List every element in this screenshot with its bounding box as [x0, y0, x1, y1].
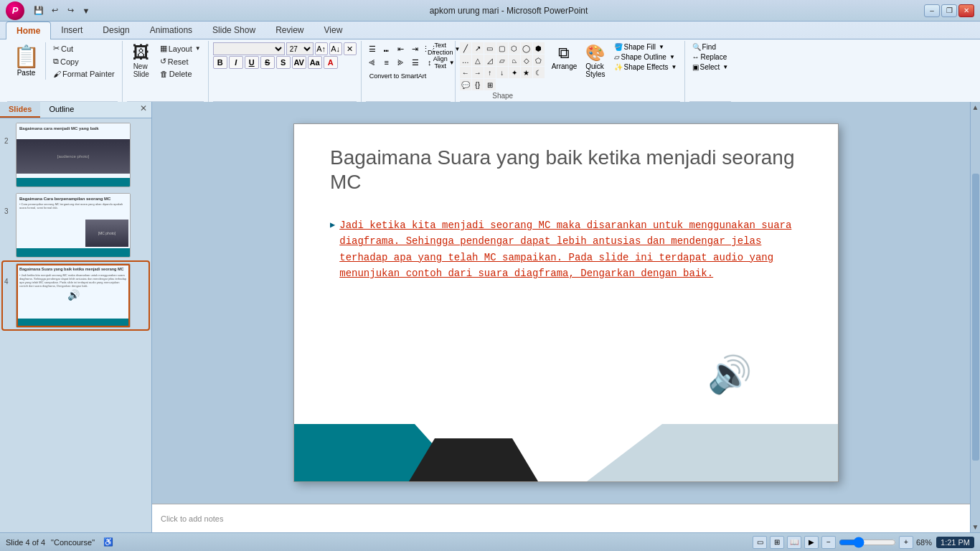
shape-right-arrow[interactable]: →	[472, 67, 484, 78]
slide-item-3[interactable]: 3 Bagaimana Cara berpenampilan seorang M…	[3, 192, 149, 259]
shape-fill-button[interactable]: 🪣 Shape Fill ▼	[611, 42, 680, 52]
paste-button[interactable]: 📋 Paste	[7, 42, 46, 80]
shape-star5[interactable]: ★	[521, 67, 532, 78]
font-name-select[interactable]	[213, 42, 285, 55]
scroll-up-arrow[interactable]: ▲	[972, 103, 979, 111]
font-color-button[interactable]: A	[324, 56, 338, 69]
office-orb[interactable]: P	[6, 1, 24, 20]
cut-button[interactable]: ✂ Cut	[50, 42, 118, 55]
slide-item-4[interactable]: 4 Bagaimana Suara yang baik ketika menja…	[3, 262, 149, 329]
restore-button[interactable]: ❐	[941, 4, 957, 17]
zoom-in-button[interactable]: +	[899, 536, 913, 549]
shape-up-arrow[interactable]: ↑	[484, 67, 496, 78]
close-button[interactable]: ✕	[958, 4, 974, 17]
tab-view[interactable]: View	[314, 22, 353, 39]
strikethrough-button[interactable]: S	[260, 56, 275, 69]
shape-snip-rect[interactable]: ⬡	[509, 42, 520, 54]
font-size-increase-button[interactable]: A↑	[315, 42, 328, 55]
slides-tab[interactable]: Slides	[0, 102, 40, 118]
bold-button[interactable]: B	[213, 56, 227, 69]
align-right-button[interactable]: ⫸	[395, 56, 407, 69]
slideshow-button[interactable]: ▶	[804, 536, 819, 549]
shape-arrow-line[interactable]: ↗	[472, 42, 484, 54]
scroll-down-arrow[interactable]: ▼	[972, 523, 979, 531]
tab-insert[interactable]: Insert	[51, 22, 93, 39]
shape-outline-button[interactable]: ▱ Shape Outline ▼	[611, 52, 680, 62]
slide-item-2[interactable]: 2 Bagaimana cara menjadi MC yang baik [a…	[3, 121, 149, 189]
find-button[interactable]: 🔍 Find	[689, 42, 732, 52]
shape-tri[interactable]: △	[472, 55, 484, 66]
delete-button[interactable]: 🗑 Delete	[157, 68, 204, 80]
quick-styles-button[interactable]: 🎨 QuickStyles	[583, 42, 608, 80]
reading-view-button[interactable]: 📖	[787, 536, 801, 549]
bullets-button[interactable]: ☰	[366, 42, 379, 55]
font-size-select[interactable]: 27	[286, 42, 314, 55]
shadow-button[interactable]: S	[276, 56, 291, 69]
vertical-scrollbar[interactable]: ▲ ▼	[970, 102, 980, 532]
char-spacing-button[interactable]: AV	[292, 56, 306, 69]
shape-diamond[interactable]: ◇	[521, 55, 532, 66]
shape-hexagon[interactable]: ⬢	[533, 42, 545, 54]
layout-button[interactable]: ▦ Layout ▼	[157, 42, 204, 55]
zoom-slider[interactable]	[839, 537, 896, 548]
shape-circle[interactable]: ◯	[521, 42, 532, 54]
normal-view-button[interactable]: ▭	[753, 536, 767, 549]
replace-button[interactable]: ↔ Replace	[689, 52, 732, 62]
tab-design[interactable]: Design	[93, 22, 139, 39]
increase-indent-button[interactable]: ⇥	[409, 42, 422, 55]
shape-down-arrow[interactable]: ↓	[496, 67, 508, 78]
shape-trapezoid[interactable]: ⏢	[509, 55, 520, 66]
save-qat-button[interactable]: 💾	[32, 4, 46, 18]
shape-line[interactable]: ╱	[460, 42, 471, 54]
slide-content[interactable]: ▶ Jadi ketika kita menjadi seorang MC ma…	[330, 217, 795, 282]
scroll-thumb[interactable]	[972, 174, 979, 461]
italic-button[interactable]: I	[229, 56, 243, 69]
slide-sorter-button[interactable]: ⊞	[770, 536, 784, 549]
numbering-button[interactable]: ⑉	[380, 42, 393, 55]
shape-rect[interactable]: ▭	[484, 42, 496, 54]
font-size-decrease-button[interactable]: A↓	[329, 42, 342, 55]
shape-more2[interactable]: ⊞	[484, 79, 496, 90]
shape-more[interactable]: …	[460, 55, 471, 66]
shape-right-tri[interactable]: ◿	[484, 55, 496, 66]
reset-button[interactable]: ↺ Reset	[157, 55, 204, 67]
slide-canvas-wrap[interactable]: Bagaimana Suara yang baik ketika menjadi…	[152, 102, 980, 504]
shape-parallelogram[interactable]: ▱	[496, 55, 508, 66]
tab-slideshow[interactable]: Slide Show	[202, 22, 265, 39]
tab-review[interactable]: Review	[265, 22, 314, 39]
redo-qat-button[interactable]: ↪	[63, 4, 77, 18]
align-center-button[interactable]: ≡	[380, 56, 393, 69]
minimize-button[interactable]: –	[924, 4, 940, 17]
shape-brace[interactable]: {}	[472, 79, 484, 90]
clear-formatting-button[interactable]: ✕	[344, 42, 357, 55]
slide-title[interactable]: Bagaimana Suara yang baik ketika menjadi…	[330, 146, 802, 194]
new-slide-button[interactable]: 🖼 NewSlide	[127, 42, 156, 80]
align-text-button[interactable]: Align Text ▼	[438, 56, 451, 69]
justify-button[interactable]: ☰	[409, 56, 422, 69]
convert-smartart-button[interactable]: Convert to SmartArt	[366, 70, 430, 83]
copy-button[interactable]: ⧉ Copy	[50, 55, 118, 67]
shape-rounded-rect[interactable]: ▢	[496, 42, 508, 54]
shape-star4[interactable]: ✦	[509, 67, 520, 78]
zoom-out-button[interactable]: −	[821, 536, 836, 549]
customize-qat-button[interactable]: ▼	[79, 4, 93, 18]
decrease-indent-button[interactable]: ⇤	[395, 42, 407, 55]
shape-pentagon[interactable]: ⬠	[533, 55, 545, 66]
tab-animations[interactable]: Animations	[140, 22, 202, 39]
text-direction-button[interactable]: Text Direction ▼	[438, 42, 451, 55]
undo-qat-button[interactable]: ↩	[47, 4, 62, 18]
tab-home[interactable]: Home	[6, 22, 51, 39]
panel-close-button[interactable]: ✕	[136, 102, 151, 118]
shape-left-arrow[interactable]: ←	[460, 67, 471, 78]
outline-tab[interactable]: Outline	[40, 102, 83, 118]
shape-effects-button[interactable]: ✨ Shape Effects ▼	[611, 62, 680, 72]
select-button[interactable]: ▣ Select ▼	[689, 62, 732, 72]
shape-crescent[interactable]: ☾	[533, 67, 545, 78]
shape-callout[interactable]: 💬	[460, 79, 471, 90]
underline-button[interactable]: U	[245, 56, 259, 69]
notes-area[interactable]: Click to add notes	[152, 504, 980, 532]
align-left-button[interactable]: ⫷	[366, 56, 379, 69]
audio-speaker-icon[interactable]: 🔊	[707, 354, 752, 395]
case-button[interactable]: Aa	[308, 56, 322, 69]
format-painter-button[interactable]: 🖌 Format Painter	[50, 68, 118, 80]
